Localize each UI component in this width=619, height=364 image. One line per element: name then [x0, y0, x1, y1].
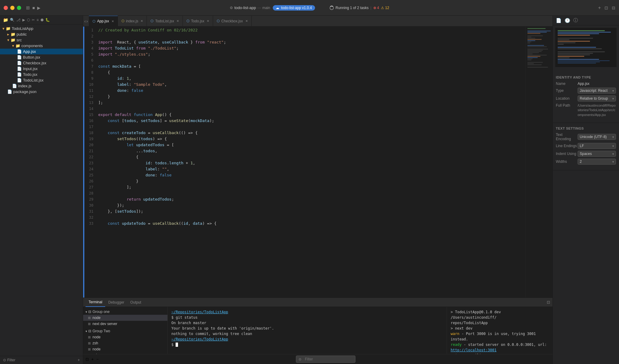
panel-tab-debugger[interactable]: Debugger [105, 298, 127, 307]
code-line-11: done: false [97, 88, 525, 94]
code-line-16: const [todos, setTodos] = useState(mockD… [97, 118, 525, 124]
code-line-26: } [97, 178, 525, 184]
tab-close-button[interactable]: ✕ [177, 19, 179, 23]
group-icon: ⊟ [88, 310, 91, 314]
sidebar-item-index-js[interactable]: 📄 index.js [0, 83, 83, 89]
inspector-text-settings-title: Text Settings [556, 127, 616, 130]
inspector-location-dropdown[interactable]: Relative to Group ▾ [578, 95, 616, 101]
code-line-2 [97, 33, 525, 39]
terminal-layout-icon[interactable]: ⊡ [547, 300, 550, 304]
sidebar-item-components[interactable]: ▾ 📁 components [0, 43, 83, 49]
sidebar-item-app-jsx[interactable]: 📄 App.jsx [0, 49, 83, 54]
tab-back-button[interactable]: ‹ [84, 19, 86, 24]
panel-tab-terminal[interactable]: Terminal [86, 298, 105, 307]
fullscreen-button[interactable] [17, 6, 21, 10]
sidebar-search-icon[interactable]: 🔍 [10, 18, 15, 22]
sidebar-run-icon[interactable]: ▶ [22, 18, 25, 22]
terminal-group-two-header[interactable]: ▾ ⊟ Group Two [83, 328, 167, 334]
terminal-line: On branch master [171, 320, 443, 326]
tab-close-button[interactable]: ✕ [207, 19, 209, 23]
sidebar-snippet-icon[interactable]: ✂ [32, 18, 35, 22]
inspector-line-endings-dropdown[interactable]: LF ▾ [578, 143, 616, 149]
tab-todolist-jsx[interactable]: ⬡ TodoList.jsx ✕ [147, 16, 183, 27]
sidebar-source-icon[interactable]: ⬢ [41, 18, 44, 22]
terminal-output-right[interactable]: > TodoListApp@0.1.0 dev /Users/austincon… [447, 307, 553, 354]
terminal-group-one-header[interactable]: ▾ ⊟ Group one [83, 309, 167, 315]
sidebar-item-public[interactable]: ▸ 📁 public [0, 31, 83, 37]
tab-checkbox-jsx[interactable]: ⬡ Checkbox.jsx ✕ [213, 16, 251, 27]
add-terminal-button[interactable]: + [91, 357, 94, 362]
inspector-toggle-icon[interactable]: ⊟ [612, 5, 615, 10]
add-filter-button[interactable]: + [78, 358, 80, 362]
terminal-item-node-2[interactable]: ⊞ node [83, 334, 167, 340]
terminal-item-node-1[interactable]: ⊞ node [83, 315, 167, 321]
add-tab-button[interactable]: + [598, 5, 601, 11]
line-numbers: 1 2 3 4 5 6 7 8 9 10 11 12 13 14 [84, 27, 97, 298]
sidebar-more-icon[interactable]: ≡ [37, 18, 39, 22]
code-line-33: const updateTodo = useCallback((id, data… [97, 221, 525, 227]
sidebar-item-package-json[interactable]: 📄 package.json [0, 89, 83, 95]
inspector-widths-dropdown[interactable]: 2 ▾ [578, 159, 616, 165]
code-area[interactable]: 1 2 3 4 5 6 7 8 9 10 11 12 13 14 [83, 27, 553, 298]
terminal-item-zsh-1[interactable]: ⊞ zsh [83, 340, 167, 346]
terminal-item-next-dev[interactable]: ⊞ next dev server [83, 321, 167, 327]
terminal-split-icon[interactable]: ⊡ [86, 357, 89, 362]
sidebar-item-checkbox-jsx[interactable]: 📄 Checkbox.jsx [0, 60, 83, 66]
tab-close-button[interactable]: ✕ [245, 19, 248, 23]
terminal-panel: Terminal Debugger Output ⊡ [83, 298, 553, 364]
terminal-item-node-3[interactable]: ⊞ node [83, 346, 167, 352]
terminal-line: warn - Port 3000 is in use, trying 3001 … [451, 331, 549, 342]
tab-index-js[interactable]: ⬡ index.js ✕ [118, 16, 147, 27]
sidebar-item-todolist-jsx[interactable]: 📄 TodoList.jsx [0, 77, 83, 83]
panel-tab-label: Terminal [89, 300, 102, 304]
sidebar-item-src[interactable]: ▾ 📁 src [0, 37, 83, 43]
run-button[interactable]: ▶ [37, 5, 41, 10]
sidebar-item-todo-jsx[interactable]: 📄 Todo.jsx [0, 72, 83, 77]
sidebar-folder-icon[interactable]: 📁 [3, 18, 8, 22]
chevron-icon: ▾ [86, 330, 87, 333]
inspector-indent-dropdown[interactable]: Spaces ▾ [578, 151, 616, 157]
minimize-button[interactable] [10, 6, 15, 10]
sidebar-toggle-icon[interactable]: ⊞ [26, 5, 30, 11]
right-filter-area: ⊙ [101, 356, 550, 363]
sidebar-item-label: App.jsx [23, 49, 36, 54]
inspector-history-icon[interactable]: 🕐 [565, 18, 570, 23]
layout-toggle-icon[interactable]: ⊡ [604, 5, 608, 10]
tab-todo-jsx[interactable]: ⬡ Todo.jsx ✕ [183, 16, 213, 27]
terminal-tree: ▾ ⊟ Group one ⊞ node ⊞ next dev server [83, 307, 168, 354]
inspector-type-dropdown[interactable]: Javascript: React ▾ [578, 88, 616, 94]
close-button[interactable] [4, 6, 8, 10]
tab-close-button[interactable]: ✕ [112, 20, 114, 23]
inspector-file-icon[interactable]: 📄 [556, 18, 562, 23]
sidebar-item-todolistapp[interactable]: ▾ 📁 TodoListApp [0, 26, 83, 31]
code-line-18: const createTodo = useCallback(() => { [97, 130, 525, 136]
sidebar-debug-icon[interactable]: 🐛 [45, 18, 50, 22]
error-badge[interactable]: ⊗ 4 [373, 6, 379, 10]
panel-bottom-bar: ⊡ + − ⊙ [83, 354, 553, 364]
tab-bar: ‹ › ⬡ App.jsx ✕ ⬡ index.js ✕ ⬡ TodoList.… [83, 16, 553, 27]
terminal-output-left[interactable]: ~/Repositories/TodoListApp $ git status … [168, 307, 447, 354]
tab-close-button[interactable]: ✕ [141, 19, 143, 23]
filter-bar[interactable]: ⊙ [296, 356, 355, 363]
remove-terminal-button[interactable]: − [96, 357, 99, 362]
stop-button[interactable]: ■ [32, 5, 35, 10]
panel-tab-output[interactable]: Output [127, 298, 144, 307]
tab-app-jsx[interactable]: ⬡ App.jsx ✕ [89, 16, 118, 27]
sidebar-breakpoint-icon[interactable]: ⬡ [27, 18, 30, 22]
tab-forward-button[interactable]: › [86, 19, 88, 24]
panel-actions: ⊡ [547, 300, 550, 304]
code-line-17 [97, 124, 525, 130]
folder-icon: ▾ 📁 [2, 26, 11, 31]
filter-input[interactable] [303, 356, 353, 362]
sidebar-item-button-jsx[interactable]: 📄 Button.jsx [0, 54, 83, 60]
inspector-encoding-dropdown[interactable]: Unicode (UTF-8) ▾ [578, 134, 616, 140]
terminal-line: ready - started server on 0.0.0.0:3001, … [451, 342, 549, 347]
dropdown-arrow-icon: ▾ [612, 89, 614, 92]
warning-badge[interactable]: ⚠ 12 [381, 6, 389, 10]
code-editor[interactable]: // Created by Austin Condiff on 02/16/20… [97, 27, 525, 298]
sidebar-source-control-icon[interactable]: ⎇ [16, 18, 21, 22]
dropdown-arrow-icon: ▾ [612, 160, 614, 163]
sidebar-item-input-jsx[interactable]: 📄 Input.jsx [0, 66, 83, 72]
sidebar-filter-bar: ⊙ Filter + [0, 356, 83, 364]
inspector-info-icon[interactable]: ⓘ [573, 18, 578, 23]
